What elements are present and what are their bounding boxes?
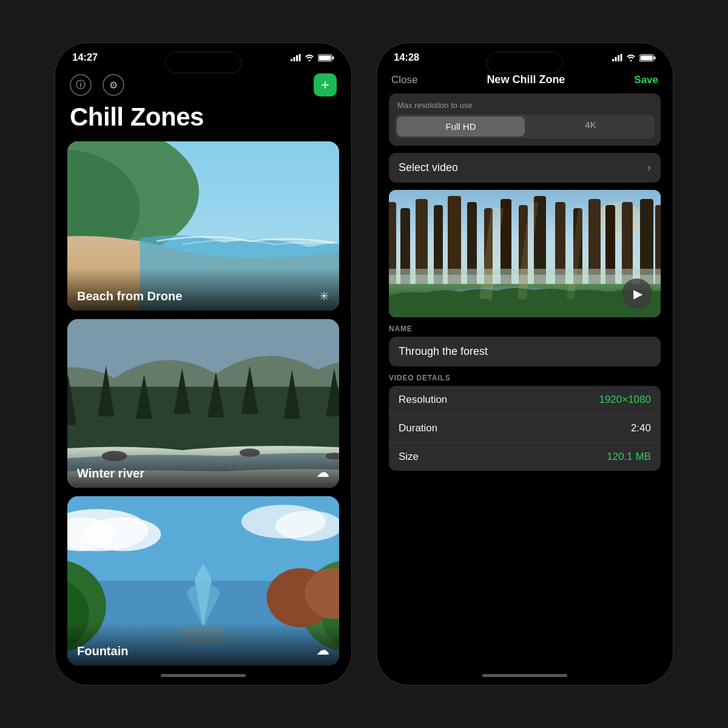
zone-card-beach[interactable]: Beach from Drone ✳ bbox=[67, 141, 339, 311]
wifi-icon-r bbox=[626, 54, 636, 61]
page-title: Chill Zones bbox=[55, 99, 351, 141]
nav-title: New Chill Zone bbox=[487, 73, 565, 86]
status-time-right: 14:28 bbox=[394, 52, 419, 64]
name-section-label: NAME bbox=[389, 325, 661, 333]
svg-rect-3 bbox=[299, 54, 301, 61]
name-input[interactable]: Through the forest bbox=[389, 337, 661, 366]
detail-row-duration: Duration 2:40 bbox=[389, 414, 661, 443]
svg-rect-0 bbox=[291, 59, 292, 61]
video-thumbnail[interactable]: ▶ bbox=[389, 190, 661, 317]
svg-rect-2 bbox=[296, 55, 298, 61]
duration-value: 2:40 bbox=[631, 422, 651, 434]
zone-card-winter[interactable]: Winter river ☁ bbox=[67, 319, 339, 488]
fountain-card-label: Fountain bbox=[77, 644, 128, 658]
signal-icon bbox=[291, 54, 301, 61]
video-details-section: VIDEO DETAILS Resolution 1920×1080 Durat… bbox=[389, 374, 661, 471]
svg-rect-5 bbox=[332, 56, 334, 59]
svg-rect-33 bbox=[621, 54, 622, 61]
play-icon: ▶ bbox=[633, 286, 642, 301]
beach-card-icon: ✳ bbox=[319, 289, 329, 303]
svg-rect-31 bbox=[615, 57, 617, 61]
dynamic-island-right bbox=[487, 52, 563, 73]
resolution-key: Resolution bbox=[399, 394, 447, 406]
right-phone-content: Max resolution to use Full HD 4K Select … bbox=[377, 93, 673, 666]
forest-video-scene bbox=[389, 190, 661, 317]
gear-icon: ⚙ bbox=[109, 79, 118, 91]
resolution-value: 1920×1080 bbox=[599, 394, 651, 406]
left-phone-content: ⓘ ⚙ + Chill Zones bbox=[55, 69, 351, 666]
home-bar-right bbox=[482, 674, 567, 677]
dynamic-island bbox=[165, 52, 241, 73]
close-button[interactable]: Close bbox=[391, 74, 417, 86]
svg-point-38 bbox=[595, 202, 643, 238]
status-time-left: 14:27 bbox=[72, 52, 98, 64]
svg-rect-35 bbox=[654, 56, 656, 59]
beach-card-label: Beach from Drone bbox=[77, 289, 182, 303]
signal-icon-r bbox=[612, 54, 622, 61]
save-button[interactable]: Save bbox=[634, 74, 658, 86]
svg-rect-32 bbox=[618, 55, 619, 61]
size-key: Size bbox=[399, 451, 419, 463]
fountain-card-overlay: Fountain ☁ bbox=[67, 623, 339, 666]
left-phone: 14:27 bbox=[55, 42, 352, 686]
detail-row-resolution: Resolution 1920×1080 bbox=[389, 386, 661, 414]
zone-card-list: Beach from Drone ✳ bbox=[55, 141, 351, 666]
add-zone-button[interactable]: + bbox=[314, 73, 337, 96]
battery-icon bbox=[318, 54, 334, 62]
battery-icon-r bbox=[639, 54, 656, 62]
home-indicator-left bbox=[55, 666, 351, 685]
info-icon: ⓘ bbox=[76, 79, 86, 92]
winter-cloud-icon: ☁ bbox=[316, 465, 329, 480]
toolbar-left-group: ⓘ ⚙ bbox=[70, 74, 124, 96]
fountain-cloud-icon: ☁ bbox=[316, 642, 329, 658]
size-value: 120.1 MB bbox=[607, 451, 651, 463]
resolution-section: Max resolution to use Full HD 4K bbox=[389, 93, 661, 146]
duration-key: Duration bbox=[399, 422, 437, 434]
info-button[interactable]: ⓘ bbox=[70, 74, 92, 96]
chevron-right-icon: › bbox=[647, 161, 651, 174]
right-phone: 14:28 Close New Chill Zone Save bbox=[376, 42, 673, 686]
svg-rect-36 bbox=[641, 55, 653, 60]
home-bar-left bbox=[161, 674, 246, 677]
resolution-4k[interactable]: 4K bbox=[527, 115, 655, 138]
select-video-row[interactable]: Select video › bbox=[389, 153, 661, 183]
home-indicator-right bbox=[377, 666, 673, 685]
resolution-fullhd[interactable]: Full HD bbox=[397, 116, 525, 136]
winter-card-overlay: Winter river ☁ bbox=[67, 445, 339, 488]
resolution-label: Max resolution to use bbox=[389, 93, 661, 115]
svg-rect-1 bbox=[294, 57, 295, 61]
svg-point-19 bbox=[85, 517, 161, 551]
details-section-label: VIDEO DETAILS bbox=[389, 374, 661, 382]
detail-row-size: Size 120.1 MB bbox=[389, 443, 661, 471]
wifi-icon bbox=[305, 54, 314, 61]
svg-rect-6 bbox=[319, 55, 331, 60]
status-icons-right bbox=[612, 54, 656, 62]
resolution-toggle[interactable]: Full HD 4K bbox=[395, 115, 655, 138]
status-icons-left bbox=[291, 54, 334, 62]
add-icon: + bbox=[321, 76, 329, 93]
winter-card-label: Winter river bbox=[77, 467, 144, 480]
zone-card-fountain[interactable]: Fountain ☁ bbox=[67, 496, 339, 666]
beach-card-overlay: Beach from Drone ✳ bbox=[67, 268, 339, 311]
settings-button[interactable]: ⚙ bbox=[103, 74, 124, 96]
svg-rect-30 bbox=[612, 59, 614, 61]
select-video-label: Select video bbox=[399, 161, 458, 174]
play-button[interactable]: ▶ bbox=[622, 278, 652, 309]
name-field-section: NAME Through the forest bbox=[389, 325, 661, 366]
details-card: Resolution 1920×1080 Duration 2:40 Size … bbox=[389, 386, 661, 471]
